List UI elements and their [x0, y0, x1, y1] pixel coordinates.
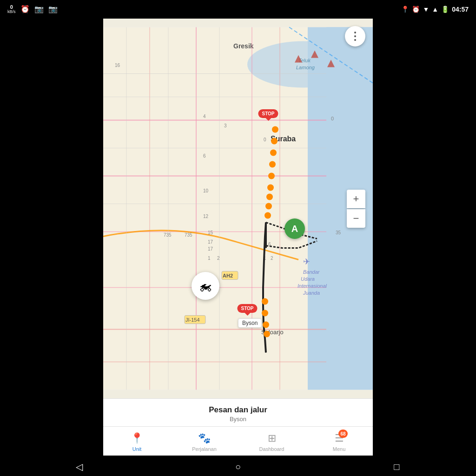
- svg-text:735: 735: [185, 232, 192, 238]
- home-button[interactable]: ○: [229, 457, 247, 476]
- wifi-icon: ▼: [423, 6, 429, 13]
- info-subtitle: Byson: [103, 416, 373, 423]
- svg-point-70: [266, 194, 273, 200]
- svg-text:Lamong: Lamong: [296, 65, 315, 70]
- zoom-in-button[interactable]: +: [347, 190, 365, 208]
- status-bar: 0 kB/s ⏰ 📷 📷 📍 ⏰ ▼ ▲ 🔋 04:57: [0, 0, 476, 19]
- unit-icon: 📍: [131, 432, 143, 444]
- alarm2-icon: ⏰: [412, 6, 420, 13]
- svg-text:4: 4: [203, 114, 206, 119]
- motorcycle-icon: 🏍: [199, 278, 212, 294]
- instagram-icon: 📷: [34, 5, 44, 13]
- svg-point-68: [268, 173, 275, 179]
- svg-text:17: 17: [208, 239, 213, 245]
- svg-text:Gresik: Gresik: [233, 42, 254, 50]
- info-title: Pesan dan jalur: [103, 405, 373, 415]
- svg-text:3: 3: [224, 123, 227, 128]
- status-right: 📍 ⏰ ▼ ▲ 🔋 04:57: [401, 6, 469, 13]
- svg-text:735: 735: [164, 232, 172, 238]
- more-button[interactable]: [345, 26, 365, 46]
- motorcycle-marker: 🏍: [192, 272, 219, 300]
- byson-label: Byson: [238, 318, 262, 328]
- svg-point-66: [270, 150, 277, 156]
- svg-text:6: 6: [203, 153, 206, 159]
- map-svg: Teluk Lamong Gresik Suraba: [103, 19, 373, 398]
- phone-screen: Teluk Lamong Gresik Suraba: [103, 19, 373, 456]
- unit-label: Unit: [132, 446, 142, 452]
- svg-text:1: 1: [208, 256, 211, 261]
- perjalanan-label: Perjalanan: [192, 446, 217, 452]
- zoom-controls: + −: [347, 190, 365, 228]
- kb-indicator: 0 kB/s: [7, 4, 16, 14]
- android-nav: ◁ ○ □: [0, 456, 476, 476]
- nav-item-dashboard[interactable]: ⊞ Dashboard: [238, 430, 305, 454]
- map-container[interactable]: Teluk Lamong Gresik Suraba: [103, 19, 373, 398]
- svg-text:15: 15: [208, 230, 213, 235]
- menu-badge-wrapper: ☰ 68: [335, 432, 344, 444]
- svg-point-64: [272, 126, 278, 133]
- svg-text:0: 0: [331, 116, 334, 121]
- svg-point-72: [264, 212, 271, 219]
- nav-item-menu[interactable]: ☰ 68 Menu: [305, 430, 373, 454]
- perjalanan-icon: 🐾: [198, 432, 211, 444]
- svg-text:Juanda: Juanda: [303, 290, 320, 296]
- svg-point-65: [271, 138, 278, 145]
- svg-text:12: 12: [203, 214, 209, 219]
- stop-marker-south: STOP: [237, 304, 257, 313]
- svg-point-75: [263, 322, 269, 328]
- svg-point-69: [267, 185, 274, 191]
- nav-item-perjalanan[interactable]: 🐾 Perjalanan: [171, 430, 238, 454]
- status-left: 0 kB/s ⏰ 📷 📷: [7, 4, 58, 14]
- point-a-marker: A: [284, 218, 305, 239]
- svg-text:JI-154: JI-154: [185, 317, 200, 323]
- nav-item-unit[interactable]: 📍 Unit: [103, 430, 171, 454]
- svg-text:10: 10: [203, 188, 209, 193]
- menu-badge: 68: [338, 430, 347, 438]
- svg-text:AH2: AH2: [223, 273, 233, 278]
- svg-point-73: [262, 298, 268, 305]
- stop-marker-north: STOP: [258, 109, 278, 118]
- svg-point-71: [265, 203, 272, 210]
- dashboard-icon: ⊞: [268, 432, 276, 444]
- svg-text:35: 35: [336, 230, 341, 235]
- bottom-nav: 📍 Unit 🐾 Perjalanan ⊞ Dashboard ☰ 68 Men…: [103, 426, 373, 456]
- svg-text:Udara: Udara: [301, 276, 315, 282]
- location-icon: 📍: [401, 6, 409, 13]
- svg-point-74: [262, 310, 268, 317]
- recents-button[interactable]: □: [387, 457, 406, 476]
- back-button[interactable]: ◁: [70, 457, 89, 476]
- instagram2-icon: 📷: [48, 5, 58, 13]
- svg-text:Bandar: Bandar: [303, 269, 320, 275]
- svg-text:0: 0: [264, 137, 266, 142]
- dashboard-label: Dashboard: [259, 446, 284, 452]
- svg-text:17: 17: [208, 246, 213, 251]
- svg-point-76: [264, 331, 270, 337]
- battery-icon: 🔋: [441, 6, 449, 13]
- menu-label: Menu: [333, 446, 346, 452]
- svg-point-67: [269, 161, 276, 168]
- svg-text:2: 2: [271, 256, 273, 261]
- more-dots: [354, 32, 356, 41]
- svg-text:16: 16: [115, 63, 120, 68]
- signal-icon: ▲: [432, 6, 438, 13]
- svg-text:2: 2: [217, 256, 220, 261]
- clock-display: 04:57: [452, 6, 469, 13]
- svg-text:Internasional: Internasional: [298, 283, 327, 289]
- info-panel: Pesan dan jalur Byson: [103, 398, 373, 426]
- alarm-icon: ⏰: [20, 5, 30, 13]
- svg-text:✈: ✈: [303, 257, 310, 266]
- zoom-out-button[interactable]: −: [347, 209, 365, 228]
